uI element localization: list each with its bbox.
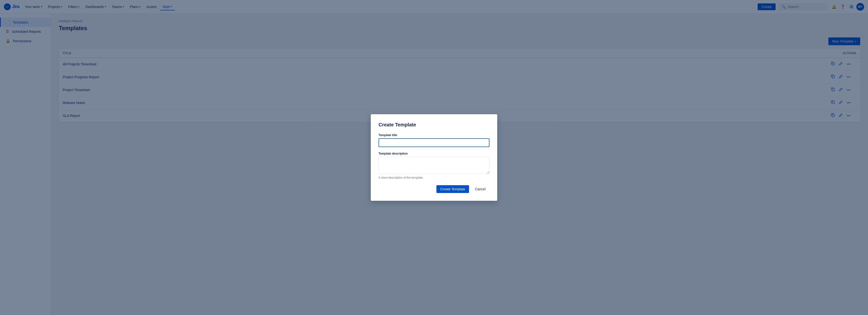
modal-actions: Create Template Cancel xyxy=(378,185,490,193)
template-description-label: Template description xyxy=(378,152,490,155)
create-template-modal: Create Template Template title Template … xyxy=(371,114,497,201)
template-description-group: Template description A short description… xyxy=(378,152,490,179)
description-hint: A short description of the template. xyxy=(378,176,490,179)
create-template-button[interactable]: Create Template xyxy=(436,185,469,193)
template-description-input[interactable] xyxy=(378,157,490,174)
modal-overlay[interactable]: Create Template Template title Template … xyxy=(0,0,868,315)
cancel-button[interactable]: Cancel xyxy=(471,185,490,193)
modal-title: Create Template xyxy=(378,122,490,128)
template-title-label: Template title xyxy=(378,133,490,137)
template-title-group: Template title xyxy=(378,133,490,147)
template-title-input[interactable] xyxy=(378,138,490,147)
